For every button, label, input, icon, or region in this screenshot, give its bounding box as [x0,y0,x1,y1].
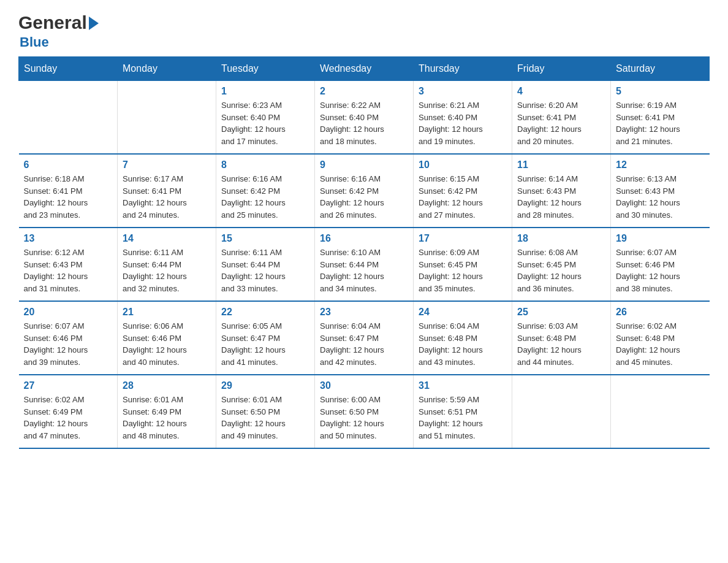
calendar-cell: 10Sunrise: 6:15 AM Sunset: 6:42 PM Dayli… [414,154,512,228]
day-header-wednesday: Wednesday [315,57,414,81]
day-info: Sunrise: 6:09 AM Sunset: 6:45 PM Dayligh… [419,247,507,294]
calendar-cell: 4Sunrise: 6:20 AM Sunset: 6:41 PM Daylig… [512,81,611,155]
calendar-cell: 13Sunrise: 6:12 AM Sunset: 6:43 PM Dayli… [19,228,118,301]
day-number: 26 [616,307,705,318]
calendar-cell [118,81,216,155]
svg-marker-0 [89,17,99,30]
day-number: 17 [419,233,507,244]
calendar-cell: 20Sunrise: 6:07 AM Sunset: 6:46 PM Dayli… [19,301,118,375]
day-number: 15 [221,233,309,244]
calendar-cell: 25Sunrise: 6:03 AM Sunset: 6:48 PM Dayli… [512,301,611,375]
calendar-cell: 26Sunrise: 6:02 AM Sunset: 6:48 PM Dayli… [611,301,710,375]
logo-blue-label: Blue [20,34,49,50]
day-info: Sunrise: 6:04 AM Sunset: 6:47 PM Dayligh… [320,320,408,368]
day-number: 16 [320,233,408,244]
calendar-cell: 16Sunrise: 6:10 AM Sunset: 6:44 PM Dayli… [315,228,414,301]
day-info: Sunrise: 6:02 AM Sunset: 6:49 PM Dayligh… [24,394,113,442]
day-number: 19 [616,233,705,244]
day-info: Sunrise: 6:06 AM Sunset: 6:46 PM Dayligh… [123,320,211,368]
day-info: Sunrise: 6:04 AM Sunset: 6:48 PM Dayligh… [419,320,507,368]
calendar-week-row: 27Sunrise: 6:02 AM Sunset: 6:49 PM Dayli… [19,375,710,448]
day-header-tuesday: Tuesday [216,57,315,81]
calendar-cell: 30Sunrise: 6:00 AM Sunset: 6:50 PM Dayli… [315,375,414,448]
day-info: Sunrise: 6:12 AM Sunset: 6:43 PM Dayligh… [24,247,113,294]
day-info: Sunrise: 6:22 AM Sunset: 6:40 PM Dayligh… [320,99,408,147]
day-info: Sunrise: 6:01 AM Sunset: 6:50 PM Dayligh… [221,394,309,442]
day-info: Sunrise: 6:03 AM Sunset: 6:48 PM Dayligh… [517,320,605,368]
calendar-cell: 31Sunrise: 5:59 AM Sunset: 6:51 PM Dayli… [414,375,512,448]
calendar-cell: 22Sunrise: 6:05 AM Sunset: 6:47 PM Dayli… [216,301,315,375]
day-info: Sunrise: 6:01 AM Sunset: 6:49 PM Dayligh… [123,394,211,442]
calendar-cell: 14Sunrise: 6:11 AM Sunset: 6:44 PM Dayli… [118,228,216,301]
day-info: Sunrise: 6:21 AM Sunset: 6:40 PM Dayligh… [419,99,507,147]
day-info: Sunrise: 6:02 AM Sunset: 6:48 PM Dayligh… [616,320,705,368]
day-header-friday: Friday [512,57,611,81]
calendar-week-row: 13Sunrise: 6:12 AM Sunset: 6:43 PM Dayli… [19,228,710,301]
calendar-cell: 5Sunrise: 6:19 AM Sunset: 6:41 PM Daylig… [611,81,710,155]
day-number: 24 [419,307,507,318]
day-info: Sunrise: 6:16 AM Sunset: 6:42 PM Dayligh… [320,173,408,221]
day-info: Sunrise: 6:08 AM Sunset: 6:45 PM Dayligh… [517,247,605,294]
calendar-cell: 19Sunrise: 6:07 AM Sunset: 6:46 PM Dayli… [611,228,710,301]
day-header-saturday: Saturday [611,57,710,81]
calendar-cell: 6Sunrise: 6:18 AM Sunset: 6:41 PM Daylig… [19,154,118,228]
day-info: Sunrise: 6:23 AM Sunset: 6:40 PM Dayligh… [221,99,309,147]
day-number: 1 [221,86,309,97]
day-info: Sunrise: 6:11 AM Sunset: 6:44 PM Dayligh… [123,247,211,294]
day-header-monday: Monday [118,57,216,81]
logo-letters: General [18,12,99,33]
day-info: Sunrise: 6:00 AM Sunset: 6:50 PM Dayligh… [320,394,408,442]
day-number: 29 [221,380,309,391]
calendar-cell: 18Sunrise: 6:08 AM Sunset: 6:45 PM Dayli… [512,228,611,301]
day-info: Sunrise: 6:07 AM Sunset: 6:46 PM Dayligh… [24,320,113,368]
day-number: 20 [24,307,113,318]
day-number: 31 [419,380,507,391]
day-number: 13 [24,233,113,244]
calendar-table: SundayMondayTuesdayWednesdayThursdayFrid… [18,56,710,449]
day-info: Sunrise: 6:16 AM Sunset: 6:42 PM Dayligh… [221,173,309,221]
day-number: 8 [221,159,309,170]
day-info: Sunrise: 6:20 AM Sunset: 6:41 PM Dayligh… [517,99,605,147]
calendar-cell: 9Sunrise: 6:16 AM Sunset: 6:42 PM Daylig… [315,154,414,228]
day-info: Sunrise: 5:59 AM Sunset: 6:51 PM Dayligh… [419,394,507,442]
day-info: Sunrise: 6:11 AM Sunset: 6:44 PM Dayligh… [221,247,309,294]
day-number: 9 [320,159,408,170]
day-number: 2 [320,86,408,97]
day-info: Sunrise: 6:17 AM Sunset: 6:41 PM Dayligh… [123,173,211,221]
calendar-header-row: SundayMondayTuesdayWednesdayThursdayFrid… [19,57,710,81]
calendar-cell: 15Sunrise: 6:11 AM Sunset: 6:44 PM Dayli… [216,228,315,301]
calendar-cell [611,375,710,448]
logo: General Blue [18,12,99,50]
calendar-cell: 27Sunrise: 6:02 AM Sunset: 6:49 PM Dayli… [19,375,118,448]
day-info: Sunrise: 6:18 AM Sunset: 6:41 PM Dayligh… [24,173,113,221]
day-info: Sunrise: 6:13 AM Sunset: 6:43 PM Dayligh… [616,173,705,221]
day-number: 5 [616,86,705,97]
day-number: 10 [419,159,507,170]
day-number: 18 [517,233,605,244]
calendar-cell: 1Sunrise: 6:23 AM Sunset: 6:40 PM Daylig… [216,81,315,155]
day-number: 12 [616,159,705,170]
day-number: 7 [123,159,211,170]
calendar-cell: 21Sunrise: 6:06 AM Sunset: 6:46 PM Dayli… [118,301,216,375]
calendar-cell: 12Sunrise: 6:13 AM Sunset: 6:43 PM Dayli… [611,154,710,228]
calendar-cell: 17Sunrise: 6:09 AM Sunset: 6:45 PM Dayli… [414,228,512,301]
calendar-cell: 2Sunrise: 6:22 AM Sunset: 6:40 PM Daylig… [315,81,414,155]
day-number: 22 [221,307,309,318]
day-info: Sunrise: 6:14 AM Sunset: 6:43 PM Dayligh… [517,173,605,221]
day-number: 25 [517,307,605,318]
day-info: Sunrise: 6:19 AM Sunset: 6:41 PM Dayligh… [616,99,705,147]
calendar-cell: 28Sunrise: 6:01 AM Sunset: 6:49 PM Dayli… [118,375,216,448]
day-number: 27 [24,380,113,391]
day-number: 6 [24,159,113,170]
day-info: Sunrise: 6:10 AM Sunset: 6:44 PM Dayligh… [320,247,408,294]
calendar-cell [19,81,118,155]
calendar-cell: 7Sunrise: 6:17 AM Sunset: 6:41 PM Daylig… [118,154,216,228]
day-number: 23 [320,307,408,318]
calendar-cell: 23Sunrise: 6:04 AM Sunset: 6:47 PM Dayli… [315,301,414,375]
calendar-week-row: 1Sunrise: 6:23 AM Sunset: 6:40 PM Daylig… [19,81,710,155]
day-info: Sunrise: 6:05 AM Sunset: 6:47 PM Dayligh… [221,320,309,368]
day-info: Sunrise: 6:07 AM Sunset: 6:46 PM Dayligh… [616,247,705,294]
day-number: 14 [123,233,211,244]
day-number: 3 [419,86,507,97]
calendar-week-row: 20Sunrise: 6:07 AM Sunset: 6:46 PM Dayli… [19,301,710,375]
